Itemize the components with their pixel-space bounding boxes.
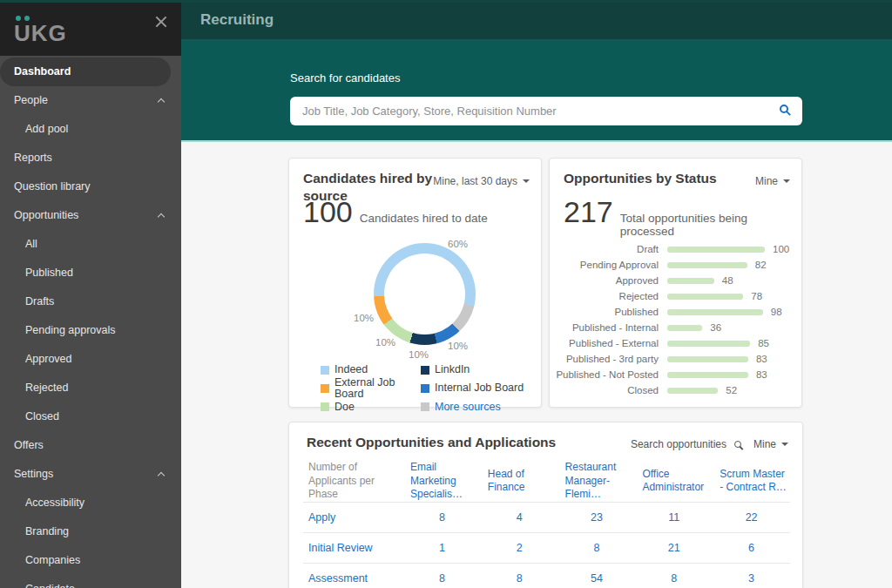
recent-opportunities-card: Recent Opportunities and Applications Se…	[288, 422, 803, 588]
opportunity-column-link[interactable]: Head of Finance	[481, 461, 558, 502]
sidebar-item-label: Companies	[25, 554, 80, 566]
chevron-up-icon	[158, 472, 165, 479]
recent-filter-dropdown[interactable]: Mine	[753, 438, 776, 450]
sidebar-item-label: Rejected	[25, 382, 68, 394]
status-bar-fill	[667, 262, 747, 268]
legend-item-doe: Doe	[321, 402, 421, 414]
status-bar-fill	[667, 325, 702, 331]
phase-link[interactable]: Initial Review	[303, 532, 403, 563]
search-label: Search for candidates	[290, 71, 400, 84]
sidebar-item-offers[interactable]: Offers	[0, 431, 181, 460]
metric-value: 217	[564, 195, 613, 229]
status-filter-dropdown[interactable]: Mine	[755, 175, 790, 187]
applicants-per-phase-table: Number of Applicants per Phase Email Mar…	[303, 461, 790, 588]
donut-hole	[384, 253, 465, 335]
status-bar-fill	[667, 388, 718, 394]
logo-text: UKG	[14, 20, 67, 47]
search-opportunities-button[interactable]: Search opportunities	[631, 438, 726, 450]
sidebar-menu: Dashboard People Add pool Reports Questi…	[0, 57, 181, 588]
card-title: Opportunities by Status	[564, 170, 717, 187]
applicant-count: 1	[403, 532, 481, 563]
status-bar-row: Closed52	[550, 382, 801, 398]
row-header: Number of Applicants per Phase	[303, 461, 403, 502]
sidebar-item-add-pool[interactable]: Add pool	[0, 115, 181, 144]
sidebar-item-opportunities[interactable]: Opportunities	[0, 201, 181, 230]
applicant-count: 54	[558, 563, 636, 588]
candidate-search-box	[290, 97, 802, 125]
search-icon[interactable]	[780, 105, 788, 113]
opportunity-column-link[interactable]: Office Administrator	[635, 461, 713, 502]
table-row: Apply 8 4 23 11 22	[303, 502, 790, 532]
sidebar-item-label: Question library	[14, 180, 91, 193]
sidebar-item-label: Published	[25, 267, 73, 279]
sidebar-item-branding[interactable]: Branding	[0, 517, 181, 546]
chevron-up-icon	[158, 213, 165, 220]
sidebar-item-accessibility[interactable]: Accessibility	[0, 489, 181, 517]
table-header-row: Number of Applicants per Phase Email Mar…	[303, 461, 790, 502]
applicant-count: 6	[713, 532, 790, 563]
sidebar-item-people[interactable]: People	[0, 86, 181, 115]
donut-pct-label: 60%	[448, 239, 468, 249]
phase-link[interactable]: Assessment	[303, 563, 403, 588]
status-bar-row: Rejected78	[550, 288, 801, 304]
status-metric: 217 Total opportunities being processed	[564, 195, 801, 238]
applicant-count: 8	[635, 563, 713, 588]
sidebar-item-drafts[interactable]: Drafts	[0, 287, 181, 316]
sidebar-item-published[interactable]: Published	[0, 259, 181, 287]
sidebar-item-rejected[interactable]: Rejected	[0, 374, 181, 402]
sidebar-item-question-library[interactable]: Question library	[0, 172, 181, 201]
sidebar-item-closed[interactable]: Closed	[0, 402, 181, 431]
sidebar-item-label: Reports	[14, 152, 52, 164]
opportunities-by-status-card: Opportunities by Status Mine 217 Total o…	[549, 158, 802, 408]
legend-item-internal-job-board: Internal Job Board	[421, 377, 524, 401]
donut-pct-label: 10%	[354, 313, 374, 323]
more-sources-link[interactable]: More sources	[421, 402, 524, 414]
donut-pct-label: 10%	[375, 337, 395, 348]
recent-controls: Search opportunities Mine	[631, 438, 788, 450]
sidebar-item-label: People	[14, 94, 48, 106]
sidebar-item-label: Approved	[25, 353, 72, 365]
sidebar-item-candidate[interactable]: Candidate	[0, 575, 181, 588]
candidates-hired-card: Candidates hired by source Mine, last 30…	[288, 158, 542, 408]
close-icon[interactable]	[154, 15, 168, 29]
sidebar-item-dashboard[interactable]: Dashboard	[0, 57, 171, 86]
main-content: Candidates hired by source Mine, last 30…	[181, 144, 892, 588]
ukg-logo: UKG	[14, 10, 75, 49]
opportunity-column-link[interactable]: Scrum Master - Contract R…	[713, 461, 790, 502]
applicant-count: 8	[403, 502, 481, 532]
applicant-count: 8	[403, 563, 481, 588]
opportunity-column-link[interactable]: Email Marketing Specialis…	[403, 461, 481, 502]
sidebar-item-approved[interactable]: Approved	[0, 345, 181, 374]
sidebar: UKG Dashboard People Add pool Reports Qu…	[0, 0, 181, 588]
sidebar-item-companies[interactable]: Companies	[0, 546, 181, 575]
opportunity-column-link[interactable]: Restaurant Manager-Flemi…	[558, 461, 636, 502]
candidate-search-input[interactable]	[290, 97, 802, 125]
applicant-count: 11	[635, 502, 713, 532]
status-bar-row: Draft100	[550, 241, 801, 257]
sidebar-item-reports[interactable]: Reports	[0, 144, 181, 172]
status-bar-row: Pending Approval82	[550, 257, 801, 273]
status-bar-fill	[667, 294, 743, 300]
top-edge-strip	[0, 0, 892, 3]
donut-chart	[374, 243, 476, 345]
sidebar-item-label: Pending approvals	[25, 324, 116, 336]
hired-filter-dropdown[interactable]: Mine, last 30 days	[433, 175, 530, 187]
search-icon[interactable]	[734, 441, 741, 448]
recruiting-dashboard: UKG Dashboard People Add pool Reports Qu…	[0, 0, 892, 588]
sidebar-item-all[interactable]: All	[0, 230, 181, 259]
metric-caption: Total opportunities being processed	[620, 212, 801, 238]
sidebar-item-settings[interactable]: Settings	[0, 460, 181, 489]
sidebar-item-label: Drafts	[25, 295, 54, 308]
status-bar-fill	[667, 247, 765, 253]
sidebar-item-label: Closed	[25, 410, 59, 422]
caret-down-icon	[783, 179, 790, 183]
sidebar-item-label: Settings	[14, 468, 53, 480]
sidebar-item-pending-approvals[interactable]: Pending approvals	[0, 316, 181, 345]
caret-down-icon	[523, 179, 530, 183]
page-title: Recruiting	[200, 0, 892, 39]
chevron-up-icon	[158, 98, 165, 105]
status-bar-row: Approved48	[550, 273, 801, 288]
legend-swatch	[321, 366, 329, 375]
status-bar-fill	[667, 356, 748, 362]
phase-link[interactable]: Apply	[303, 502, 403, 532]
